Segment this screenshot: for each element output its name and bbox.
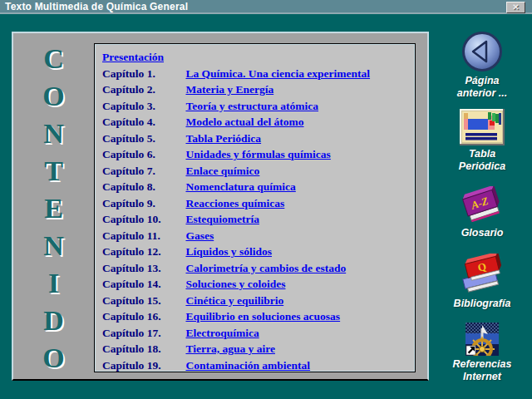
chapter-link[interactable]: Tabla Periódica (185, 132, 261, 145)
bibliography-label[interactable]: Bibliografía (454, 298, 511, 310)
bibliography-books-icon[interactable]: Q (458, 254, 506, 295)
chapter-number-label: Capítulo 19. (102, 357, 182, 373)
chapter-number-label: Capítulo 7. (102, 163, 182, 180)
chapter-number-label: Capítulo 11. (102, 228, 182, 244)
back-icon[interactable] (461, 31, 503, 72)
chapter-link[interactable]: Cinética y equilibrio (185, 294, 283, 307)
nav-periodic-table: Tabla Periódica (438, 109, 526, 173)
contenido-letter: I (48, 269, 59, 298)
nav-bibliography: Q Bibliografía (438, 254, 526, 310)
contenido-letter: D (43, 307, 64, 335)
presentation-row: Presentación (102, 48, 415, 65)
glossary-label[interactable]: Glosario (461, 227, 504, 239)
chapter-number-label: Capítulo 5. (102, 131, 182, 147)
chapter-row: Capítulo 9. Reacciones químicas (102, 195, 415, 211)
chapter-row: Capítulo 1. La Química. Una ciencia expe… (102, 65, 415, 81)
periodic-table-icon[interactable] (460, 109, 505, 145)
chapter-row: Capítulo 19. Contaminación ambiental (102, 357, 415, 373)
chapter-number-label: Capítulo 9. (102, 195, 182, 212)
contenido-letter: N (43, 120, 64, 148)
previous-page-label[interactable]: Página anterior ... (457, 75, 507, 100)
chapter-number-label: Capítulo 13. (102, 260, 182, 277)
chapter-link[interactable]: Estequiometría (185, 213, 259, 225)
nav-internet-references: Referencias Internet (438, 323, 526, 383)
contenido-letter: O (42, 82, 64, 111)
chapter-number-label: Capítulo 8. (102, 179, 182, 195)
chapter-link[interactable]: Calorimetría y cambios de estado (185, 262, 346, 274)
close-icon[interactable]: ✕ (506, 2, 525, 13)
chapter-link[interactable]: La Química. Una ciencia experimental (185, 67, 370, 80)
chapter-link[interactable]: Gases (185, 229, 214, 242)
chapter-row: Capítulo 6. Unidades y fórmulas químicas (102, 145, 415, 162)
chapter-link[interactable]: Equilibrio en soluciones acuosas (185, 310, 340, 323)
chapter-link[interactable]: Contaminación ambiental (185, 359, 310, 372)
chapter-link[interactable]: Tierra, agua y aire (185, 342, 275, 355)
contenido-letter: T (44, 157, 63, 185)
chapter-number-label: Capítulo 2. (102, 81, 182, 98)
chapter-row: Capítulo 10. Estequiometría (102, 210, 415, 227)
chapter-number-label: Capítulo 18. (102, 341, 182, 357)
window-title: Texto Multimedia de Química General (5, 1, 188, 12)
internet-references-label[interactable]: Referencias Internet (453, 358, 512, 383)
chapter-number-label: Capítulo 1. (102, 66, 182, 82)
chapter-link[interactable]: Materia y Energía (185, 83, 273, 96)
chapter-row: Capítulo 12. Líquidos y sólidos (102, 243, 415, 259)
chapter-row: Capítulo 15. Cinética y equilibrio (102, 292, 415, 308)
chapter-number-label: Capítulo 3. (102, 98, 182, 115)
chapter-row: Capítulo 11. Gases (102, 227, 415, 244)
chapter-row: Capítulo 3. Teoría y estructura atómica (102, 97, 415, 114)
internet-wheel-icon[interactable] (466, 323, 499, 356)
chapter-number-label: Capítulo 17. (102, 325, 182, 342)
contenido-vertical-title: C O N T E N I D O (13, 45, 94, 372)
chapter-number-label: Capítulo 4. (102, 114, 182, 131)
chapter-row: Capítulo 14. Soluciones y coloides (102, 275, 415, 292)
contenido-letter: C (43, 45, 64, 73)
chapter-list-panel: Presentación Capítulo 1. La Química. Una… (94, 43, 416, 372)
chapter-rows: Capítulo 1. La Química. Una ciencia expe… (102, 65, 415, 373)
chapter-number-label: Capítulo 15. (102, 293, 182, 309)
chapter-row: Capítulo 7. Enlace químico (102, 162, 415, 179)
chapter-link[interactable]: Reacciones químicas (185, 197, 284, 209)
chapter-row: Capítulo 13. Calorimetría y cambios de e… (102, 259, 415, 276)
chapter-number-label: Capítulo 10. (102, 211, 182, 228)
chapter-link[interactable]: Líquidos y sólidos (185, 245, 272, 258)
glossary-book-icon[interactable]: A-Z (460, 186, 505, 224)
chapter-row: Capítulo 16. Equilibrio en soluciones ac… (102, 308, 415, 324)
chapter-row: Capítulo 5. Tabla Periódica (102, 130, 415, 146)
chapter-row: Capítulo 8. Nomenclatura química (102, 178, 415, 195)
chapter-link[interactable]: Enlace químico (185, 165, 259, 177)
periodic-table-label[interactable]: Tabla Periódica (459, 148, 505, 173)
chapter-link[interactable]: Electroquímica (185, 327, 259, 339)
content-panel: C O N T E N I D O Presentación Capítulo … (12, 32, 429, 381)
chapter-link[interactable]: Modelo actual del átomo (185, 116, 303, 128)
titlebar: Texto Multimedia de Química General ✕ (0, 0, 532, 14)
chapter-link[interactable]: Teoría y estructura atómica (185, 100, 318, 112)
contenido-letter: E (44, 195, 63, 223)
chapter-row: Capítulo 4. Modelo actual del átomo (102, 113, 415, 130)
nav-previous-page: Página anterior ... (438, 31, 526, 100)
chapter-number-label: Capítulo 12. (102, 244, 182, 260)
contenido-letter: O (42, 344, 64, 372)
chapter-number-label: Capítulo 6. (102, 146, 182, 163)
contenido-letter: N (43, 232, 64, 260)
chapter-link[interactable]: Nomenclatura química (185, 180, 295, 193)
chapter-row: Capítulo 17. Electroquímica (102, 324, 415, 341)
chapter-row: Capítulo 2. Materia y Energía (102, 81, 415, 97)
chapter-number-label: Capítulo 14. (102, 276, 182, 293)
presentation-link[interactable]: Presentación (102, 51, 164, 63)
nav-glossary: A-Z Glosario (438, 186, 526, 239)
chapter-link[interactable]: Soluciones y coloides (185, 278, 285, 290)
chapter-link[interactable]: Unidades y fórmulas químicas (185, 148, 330, 160)
chapter-row: Capítulo 18. Tierra, agua y aire (102, 340, 415, 357)
chapter-number-label: Capítulo 16. (102, 308, 182, 325)
